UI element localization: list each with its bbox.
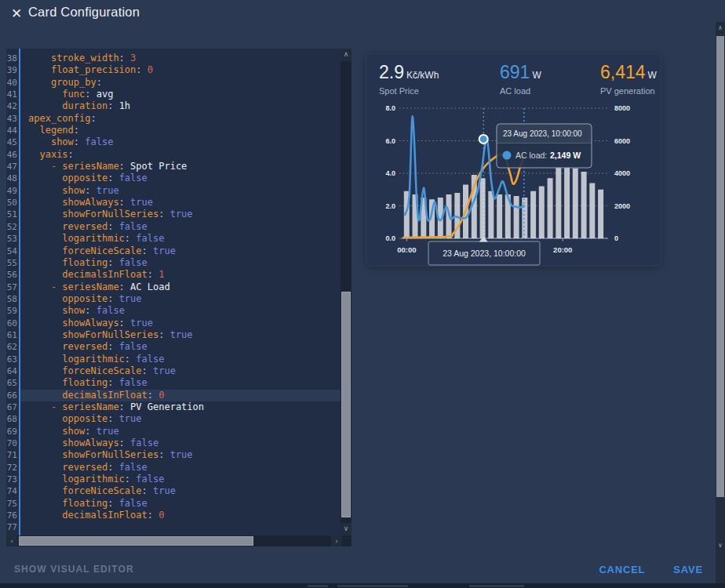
code-line[interactable]: logarithmic: false — [20, 233, 341, 245]
code-line[interactable]: floating: false — [20, 498, 341, 510]
code-line[interactable]: yaxis: — [20, 149, 341, 161]
code-line[interactable]: duration: 1h — [20, 100, 341, 112]
apexcharts-chart[interactable]: 8.080006.060004.040002.020000.0000:0020:… — [366, 101, 662, 267]
code-line[interactable]: opposite: true — [20, 413, 341, 425]
code-line[interactable]: apex_config: — [20, 113, 341, 125]
cancel-button[interactable]: CANCEL — [599, 564, 645, 575]
line-number: 50 — [6, 197, 19, 209]
code-line[interactable]: showAlways: false — [20, 437, 341, 449]
code-line[interactable]: forceNiceScale: true — [20, 485, 341, 497]
code-line[interactable]: show: true — [20, 185, 341, 197]
editor-horizontal-scrollbar[interactable]: ‹ › — [6, 535, 352, 546]
save-button[interactable]: SAVE — [673, 564, 703, 575]
code-line[interactable]: - seriesName: AC Load — [20, 281, 341, 293]
spot-price-bar — [573, 169, 578, 238]
code-line[interactable] — [20, 521, 341, 533]
show-visual-editor-button[interactable]: SHOW VISUAL EDITOR — [14, 564, 134, 575]
spot-price-bar — [548, 178, 553, 238]
code-line[interactable]: opposite: false — [20, 172, 341, 184]
series-tooltip: 23 Aug 2023, 10:00:00AC load:2,149 W — [497, 124, 592, 168]
code-line[interactable]: - seriesName: PV Generation — [20, 401, 341, 413]
line-number: 57 — [6, 281, 19, 293]
x-axis-label: 00:00 — [397, 245, 416, 254]
chevron-down-icon[interactable]: ∨ — [341, 523, 352, 535]
dialog-header: ✕ Card Configuration — [0, 0, 725, 44]
editor-code-area[interactable]: stroke_width: 3 float_precision: 0 group… — [20, 49, 341, 535]
code-line[interactable]: showForNullSeries: true — [20, 209, 341, 220]
code-line[interactable]: floating: false — [20, 377, 341, 389]
svg-text:AC load:: AC load: — [516, 151, 547, 160]
code-line[interactable]: decimalsInFloat: 1 — [20, 269, 341, 281]
code-line[interactable]: logarithmic: false — [20, 354, 341, 365]
stat-spot-price: 2.9Kč/kWh Spot Price — [379, 62, 439, 96]
line-number: 55 — [6, 257, 19, 269]
code-line[interactable]: show: false — [20, 136, 341, 148]
line-number: 47 — [6, 161, 19, 172]
line-number: 71 — [6, 449, 19, 461]
spot-price-bar — [480, 178, 486, 238]
line-number: 38 — [6, 53, 19, 64]
line-number: 49 — [6, 185, 19, 197]
stat-ac-load: 691W AC load — [500, 62, 541, 96]
editor-hscroll-thumb[interactable] — [19, 536, 253, 546]
code-line[interactable]: group_by: — [20, 77, 341, 89]
card-preview: 2.9Kč/kWh Spot Price 691W AC load 6,414W… — [366, 53, 661, 267]
editor-vscroll-thumb[interactable] — [341, 292, 351, 517]
code-line[interactable]: reversed: false — [20, 462, 341, 474]
stat-value: 2.9 — [379, 62, 404, 82]
code-line[interactable]: showForNullSeries: true — [20, 329, 341, 341]
yaml-code-editor[interactable]: 3839404142434445464748495051525354555657… — [6, 49, 352, 546]
page-vertical-scrollbar[interactable]: ∧ ∨ — [716, 22, 725, 583]
code-line[interactable]: opposite: true — [20, 293, 341, 305]
stat-value: 6,414 — [600, 62, 646, 82]
editor-vertical-scrollbar[interactable]: ∧ ∨ — [341, 49, 352, 535]
code-line[interactable]: legend: — [20, 125, 341, 136]
chevron-down-icon[interactable]: ∨ — [716, 539, 725, 552]
y-axis-left-label: 4.0 — [385, 169, 395, 177]
line-number: 41 — [6, 89, 19, 100]
close-icon[interactable]: ✕ — [8, 5, 25, 23]
code-line[interactable]: reversed: false — [20, 221, 341, 233]
code-line[interactable]: logarithmic: false — [20, 474, 341, 485]
line-number: 56 — [6, 269, 19, 281]
line-number: 64 — [6, 365, 19, 377]
code-line[interactable]: decimalsInFloat: 0 — [20, 390, 341, 401]
y-axis-left-label: 6.0 — [385, 137, 395, 145]
line-number: 69 — [6, 426, 19, 437]
spot-price-bar — [497, 194, 502, 238]
stat-label: PV generation — [600, 86, 657, 96]
line-number: 59 — [6, 305, 19, 317]
code-line[interactable]: showAlways: true — [20, 197, 341, 209]
svg-text:23 Aug 2023, 10:00:00: 23 Aug 2023, 10:00:00 — [503, 129, 582, 138]
stat-label: AC load — [500, 86, 541, 96]
spot-price-bar — [598, 190, 603, 238]
spot-price-bar — [581, 172, 587, 238]
y-axis-left-label: 0.0 — [385, 234, 395, 242]
code-line[interactable]: forceNiceScale: true — [20, 365, 341, 377]
code-line[interactable]: show: true — [20, 426, 341, 437]
code-line[interactable]: reversed: false — [20, 341, 341, 353]
chevron-up-icon[interactable]: ∧ — [716, 22, 725, 34]
chevron-right-icon[interactable]: › — [331, 535, 342, 546]
line-number: 70 — [6, 437, 19, 449]
spot-price-bar — [539, 187, 545, 238]
page-vscroll-thumb[interactable] — [716, 36, 724, 497]
code-line[interactable]: - seriesName: Spot Price — [20, 161, 341, 172]
line-number: 73 — [6, 474, 19, 485]
stat-unit: W — [532, 70, 541, 81]
code-line[interactable]: func: avg — [20, 89, 341, 100]
code-line[interactable]: showForNullSeries: true — [20, 449, 341, 461]
code-line[interactable]: stroke_width: 3 — [20, 53, 341, 64]
line-number: 44 — [6, 125, 19, 136]
chevron-left-icon[interactable]: ‹ — [6, 535, 17, 546]
code-line[interactable]: showAlways: true — [20, 318, 341, 329]
card-configuration-dialog: ✕ Card Configuration 3839404142434445464… — [0, 0, 725, 588]
code-line[interactable]: show: false — [20, 305, 341, 317]
chevron-up-icon[interactable]: ∧ — [341, 49, 352, 61]
code-line[interactable]: decimalsInFloat: 0 — [20, 510, 341, 521]
line-number: 62 — [6, 341, 19, 353]
code-line[interactable]: floating: false — [20, 257, 341, 269]
line-number: 53 — [6, 233, 19, 245]
code-line[interactable]: forceNiceScale: true — [20, 245, 341, 257]
code-line[interactable]: float_precision: 0 — [20, 64, 341, 76]
